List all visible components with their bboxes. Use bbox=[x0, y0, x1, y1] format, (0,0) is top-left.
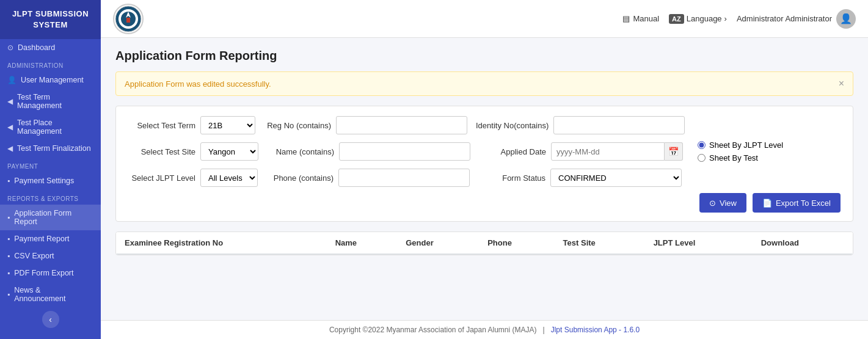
radio-test-label: Sheet By Test bbox=[709, 153, 758, 162]
app-form-icon: ▪ bbox=[7, 213, 10, 222]
name-block: Name (contains) bbox=[267, 142, 470, 161]
radio-jlpt-level[interactable]: Sheet By JLPT Level bbox=[698, 140, 783, 150]
sidebar-item-csv-export[interactable]: ▪ CSV Export bbox=[0, 247, 101, 264]
manual-icon: ▤ bbox=[622, 14, 630, 23]
sidebar-item-dashboard[interactable]: ⊙ Dashboard bbox=[0, 39, 101, 56]
reg-no-label: Reg No (contains) bbox=[264, 121, 331, 130]
test-term-block: Select Test Term 21B 21A 20B bbox=[128, 116, 255, 134]
applied-date-input[interactable] bbox=[551, 142, 665, 161]
sidebar-item-label: User Management bbox=[21, 76, 84, 84]
phone-block: Phone (contains) bbox=[266, 169, 470, 187]
applied-date-label: Applied Date bbox=[479, 147, 546, 156]
manual-button[interactable]: ▤ Manual bbox=[622, 14, 659, 23]
view-label: View bbox=[720, 199, 737, 208]
sidebar-item-test-term-finalization[interactable]: ◀ Test Term Finalization bbox=[0, 140, 101, 157]
sidebar-item-user-management[interactable]: 👤 User Management bbox=[0, 71, 101, 89]
language-button[interactable]: AZ Language › bbox=[669, 14, 727, 24]
col-phone: Phone bbox=[479, 232, 554, 254]
table-header: Examinee Registration No Name Gender Pho… bbox=[116, 232, 853, 254]
identity-no-label: Identity No(contains) bbox=[476, 121, 549, 130]
sidebar-item-payment-report[interactable]: ▪ Payment Report bbox=[0, 230, 101, 247]
sidebar-item-test-place-management[interactable]: ◀ Test Place Management bbox=[0, 114, 101, 140]
svg-rect-4 bbox=[126, 18, 130, 23]
main-area: ▤ Manual AZ Language › Administrator Adm… bbox=[101, 0, 868, 339]
jlpt-level-block: Select JLPT Level All Levels N1N2N3N4N5 bbox=[128, 169, 258, 187]
sheet-radio-group: Sheet By JLPT Level Sheet By Test bbox=[698, 140, 783, 162]
sidebar-item-label: Payment Report bbox=[14, 235, 69, 243]
col-jlpt-level: JLPT Level bbox=[645, 232, 753, 254]
reg-no-input[interactable] bbox=[336, 116, 467, 134]
collapse-icon: ‹ bbox=[49, 315, 52, 324]
svg-rect-5 bbox=[125, 23, 132, 24]
jlpt-level-select[interactable]: All Levels N1N2N3N4N5 bbox=[200, 169, 258, 187]
logo bbox=[113, 4, 144, 34]
sidebar-item-label: Payment Settings bbox=[14, 177, 74, 185]
identity-no-block: Identity No(contains) bbox=[476, 116, 685, 134]
phone-label: Phone (contains) bbox=[266, 173, 334, 183]
test-term-select[interactable]: 21B 21A 20B bbox=[200, 116, 255, 134]
sidebar-section-payment: PAYMENT bbox=[0, 157, 101, 172]
form-status-label: Form Status bbox=[478, 173, 545, 183]
phone-input[interactable] bbox=[338, 169, 470, 187]
sidebar-collapse-button[interactable]: ‹ bbox=[42, 311, 59, 328]
sidebar-section-reports: REPORTS & EXPORTS bbox=[0, 189, 101, 205]
avatar-icon: 👤 bbox=[840, 13, 852, 24]
test-term-icon: ◀ bbox=[7, 97, 13, 106]
payment-report-icon: ▪ bbox=[7, 235, 10, 243]
sidebar-item-label: PDF Form Export bbox=[14, 269, 73, 277]
sidebar-item-payment-settings[interactable]: ▪ Payment Settings bbox=[0, 172, 101, 189]
sidebar-item-test-term-management[interactable]: ◀ Test Term Management bbox=[0, 89, 101, 114]
radio-jlpt-label: Sheet By JLPT Level bbox=[709, 140, 783, 150]
radio-test-site[interactable]: Sheet By Test bbox=[698, 153, 783, 162]
payment-icon: ▪ bbox=[7, 177, 10, 185]
sidebar-item-label: CSV Export bbox=[14, 252, 54, 260]
footer-copyright: Copyright ©2022 Myanmar Association of J… bbox=[329, 326, 537, 334]
sidebar-item-label: Test Term Management bbox=[17, 93, 93, 110]
page-title: Application Form Reporting bbox=[115, 49, 853, 63]
sidebar-item-pdf-form-export[interactable]: ▪ PDF Form Export bbox=[0, 264, 101, 282]
export-excel-button[interactable]: 📄 Export To Excel bbox=[753, 193, 841, 213]
results-table-area: Examinee Registration No Name Gender Pho… bbox=[115, 231, 853, 255]
footer: Copyright ©2022 Myanmar Association of J… bbox=[101, 320, 868, 339]
user-name: Administrator Administrator bbox=[737, 14, 832, 23]
sidebar-item-label: Application Form Report bbox=[14, 209, 93, 226]
name-input[interactable] bbox=[339, 142, 470, 161]
view-button[interactable]: ⊙ View bbox=[699, 193, 746, 213]
filter-row-2: Select Test Site Yangon Mandalay Name (c… bbox=[128, 140, 841, 162]
avatar: 👤 bbox=[836, 9, 856, 29]
col-reg-no: Examinee Registration No bbox=[116, 232, 327, 254]
user-menu[interactable]: Administrator Administrator 👤 bbox=[737, 9, 856, 29]
table-header-row: Examinee Registration No Name Gender Pho… bbox=[116, 232, 853, 254]
identity-no-input[interactable] bbox=[553, 116, 685, 134]
form-status-block: Form Status CONFIRMED PENDING REJECTED bbox=[478, 169, 682, 187]
jlpt-level-label: Select JLPT Level bbox=[128, 173, 195, 183]
sidebar-item-application-form-report[interactable]: ▪ Application Form Report bbox=[0, 205, 101, 230]
test-site-select[interactable]: Yangon Mandalay bbox=[200, 142, 258, 161]
test-place-icon: ◀ bbox=[7, 123, 13, 131]
test-term-label: Select Test Term bbox=[128, 121, 195, 130]
col-download: Download bbox=[753, 232, 853, 254]
user-icon: 👤 bbox=[7, 76, 16, 84]
btn-actions-row: ⊙ View 📄 Export To Excel bbox=[128, 193, 841, 213]
footer-separator: | bbox=[543, 326, 545, 334]
radio-test-input[interactable] bbox=[698, 154, 706, 162]
language-label: Language bbox=[687, 14, 722, 23]
sidebar-item-label: Test Term Finalization bbox=[17, 144, 91, 153]
topnav: ▤ Manual AZ Language › Administrator Adm… bbox=[101, 0, 868, 38]
applied-date-block: Applied Date 📅 bbox=[479, 142, 683, 161]
footer-version[interactable]: Jlpt Submission App - 1.6.0 bbox=[551, 326, 640, 334]
radio-jlpt-input[interactable] bbox=[698, 141, 706, 149]
language-badge: AZ bbox=[669, 14, 684, 24]
col-name: Name bbox=[327, 232, 398, 254]
reg-no-block: Reg No (contains) bbox=[264, 116, 467, 134]
date-wrapper: 📅 bbox=[551, 142, 683, 161]
sidebar-item-news-announcement[interactable]: ▪ News & Announcement bbox=[0, 282, 101, 307]
form-status-select[interactable]: CONFIRMED PENDING REJECTED bbox=[550, 169, 682, 187]
col-test-site: Test Site bbox=[555, 232, 645, 254]
calendar-icon[interactable]: 📅 bbox=[665, 142, 683, 161]
csv-icon: ▪ bbox=[7, 252, 10, 260]
results-table: Examinee Registration No Name Gender Pho… bbox=[116, 232, 853, 255]
view-icon: ⊙ bbox=[709, 199, 716, 208]
alert-close-button[interactable]: × bbox=[839, 78, 844, 89]
test-site-label: Select Test Site bbox=[128, 147, 195, 156]
